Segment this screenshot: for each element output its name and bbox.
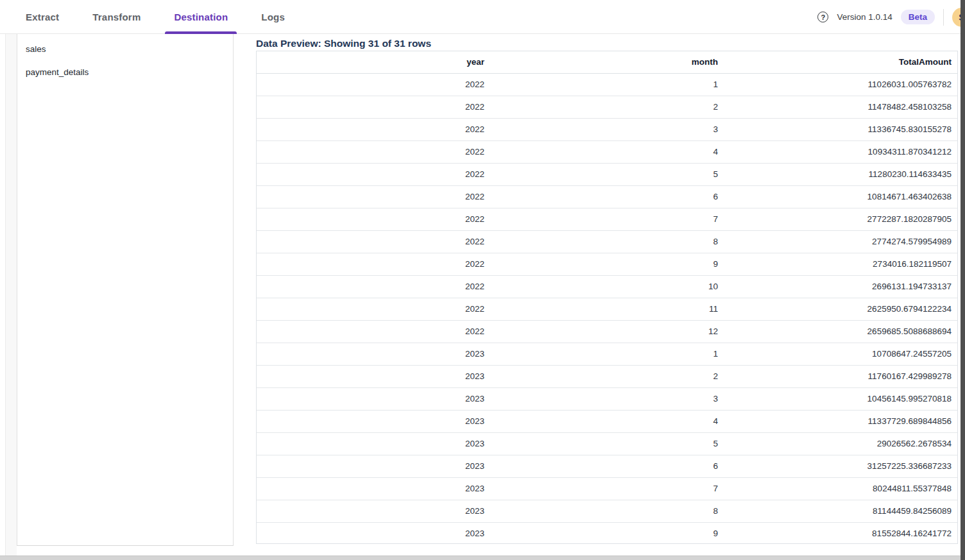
table-row: 2022111026031.005763782	[257, 73, 957, 96]
table-cell: 11280230.114633435	[724, 163, 957, 185]
table-cell: 11760167.429989278	[724, 365, 957, 387]
horizontal-scrollbar[interactable]	[0, 556, 965, 560]
table-cell: 9	[490, 253, 724, 275]
table-cell: 11	[490, 298, 724, 320]
table-row: 2022610814671.463402638	[257, 185, 957, 208]
tab-transform[interactable]: Transform	[76, 0, 157, 34]
table-cell: 3	[490, 118, 724, 140]
table-cell: 11337729.689844856	[724, 410, 957, 432]
version-label: Version 1.0.14	[837, 12, 892, 22]
table-row: 2023310456145.995270818	[257, 387, 957, 410]
table-row: 2023110708647.24557205	[257, 343, 957, 365]
table-cell: 2022	[257, 320, 490, 343]
table-cell: 2734016.182119507	[724, 253, 957, 275]
table-cell: 81552844.16241772	[724, 522, 957, 544]
column-header-year: year	[257, 51, 490, 73]
active-tab-underline	[165, 31, 237, 34]
table-row: 2023411337729.689844856	[257, 410, 957, 432]
table-cell: 2022	[257, 185, 490, 208]
main-content: Data Preview: Showing 31 of 31 rows year…	[256, 34, 958, 544]
table-row: 2023780244811.55377848	[257, 477, 957, 500]
table-cell: 6	[490, 185, 724, 208]
table-cell: 2022	[257, 298, 490, 320]
table-cell: 5	[490, 432, 724, 455]
help-icon[interactable]: ?	[817, 12, 828, 22]
top-navigation-bar: Extract Transform Destination Logs ? Ver…	[0, 0, 965, 34]
table-cell: 11026031.005763782	[724, 73, 957, 96]
table-cell: 11336745.830155278	[724, 118, 957, 140]
table-cell: 2022	[257, 208, 490, 230]
table-header-row: year month TotalAmount	[257, 51, 957, 73]
left-gutter	[5, 34, 17, 556]
table-cell: 2022	[257, 73, 490, 96]
table-cell: 10	[490, 275, 724, 298]
table-cell: 2022	[257, 140, 490, 163]
table-cell: 7	[490, 477, 724, 500]
table-row: 2023631257225.336687233	[257, 455, 957, 477]
table-cell: 4	[490, 410, 724, 432]
table-cell: 12	[490, 320, 724, 343]
table-cell: 2022	[257, 230, 490, 253]
sidebar-item-payment-details[interactable]: payment_details	[17, 61, 233, 84]
table-row: 2022311336745.830155278	[257, 118, 957, 140]
table-cell: 2023	[257, 387, 490, 410]
table-cell: 2774274.579954989	[724, 230, 957, 253]
table-cell: 2023	[257, 477, 490, 500]
table-cell: 2023	[257, 500, 490, 522]
table-cell: 31257225.336687233	[724, 455, 957, 477]
data-preview-title: Data Preview: Showing 31 of 31 rows	[256, 36, 958, 51]
table-row: 2023981552844.16241772	[257, 522, 957, 544]
table-cell: 8	[490, 500, 724, 522]
data-preview-table: year month TotalAmount 2022111026031.005…	[256, 51, 958, 544]
table-row: 2022410934311.870341212	[257, 140, 957, 163]
table-cell: 2023	[257, 343, 490, 365]
table-row: 2022112625950.6794122234	[257, 298, 957, 320]
table-row: 202282774274.579954989	[257, 230, 957, 253]
tab-destination-label: Destination	[174, 12, 228, 22]
table-cell: 2625950.6794122234	[724, 298, 957, 320]
table-cell: 10708647.24557205	[724, 343, 957, 365]
table-row: 2022511280230.114633435	[257, 163, 957, 185]
tab-destination[interactable]: Destination	[157, 0, 244, 34]
table-cell: 2	[490, 96, 724, 118]
table-row: 2022102696131.194733137	[257, 275, 957, 298]
table-cell: 10456145.995270818	[724, 387, 957, 410]
tab-extract[interactable]: Extract	[9, 0, 76, 34]
table-row: 2023881144459.84256089	[257, 500, 957, 522]
table-row: 2022122659685.5088688694	[257, 320, 957, 343]
table-cell: 9	[490, 522, 724, 544]
tab-logs[interactable]: Logs	[244, 0, 302, 34]
beta-badge: Beta	[901, 10, 935, 24]
header-right-group: ? Version 1.0.14 Beta S	[817, 0, 965, 34]
table-cell: 5	[490, 163, 724, 185]
table-cell: 2	[490, 365, 724, 387]
table-cell: 81144459.84256089	[724, 500, 957, 522]
table-row: 202272772287.1820287905	[257, 208, 957, 230]
tab-extract-label: Extract	[26, 12, 59, 22]
column-header-totalamount: TotalAmount	[724, 51, 957, 73]
table-cell: 2022	[257, 163, 490, 185]
table-cell: 2023	[257, 410, 490, 432]
table-cell: 11478482.458103258	[724, 96, 957, 118]
vertical-scrollbar[interactable]	[961, 0, 965, 560]
table-row: 2022211478482.458103258	[257, 96, 957, 118]
table-cell: 1	[490, 343, 724, 365]
table-cell: 3	[490, 387, 724, 410]
table-cell: 2023	[257, 455, 490, 477]
table-cell: 2022	[257, 96, 490, 118]
sidebar-item-sales[interactable]: sales	[17, 38, 233, 61]
table-cell: 7	[490, 208, 724, 230]
table-cell: 1	[490, 73, 724, 96]
tab-bar: Extract Transform Destination Logs	[9, 0, 302, 34]
table-cell: 29026562.2678534	[724, 432, 957, 455]
table-cell: 2022	[257, 275, 490, 298]
table-cell: 80244811.55377848	[724, 477, 957, 500]
table-row: 2023211760167.429989278	[257, 365, 957, 387]
table-body: 2022111026031.0057637822022211478482.458…	[257, 73, 957, 544]
table-cell: 8	[490, 230, 724, 253]
table-row: 202292734016.182119507	[257, 253, 957, 275]
table-row: 2023529026562.2678534	[257, 432, 957, 455]
header-divider	[943, 9, 944, 26]
table-cell: 2659685.5088688694	[724, 320, 957, 343]
table-cell: 2022	[257, 253, 490, 275]
